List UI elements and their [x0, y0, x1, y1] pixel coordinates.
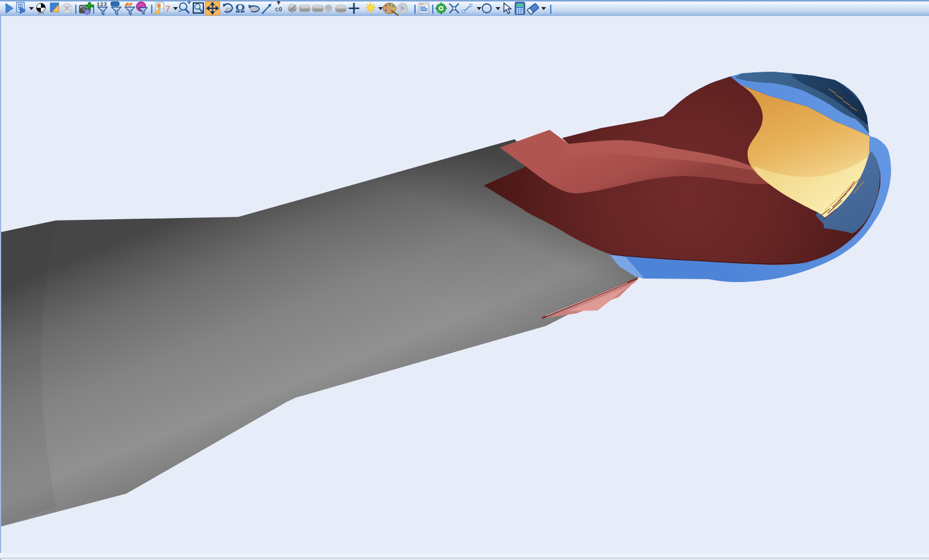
svg-text:7: 7 — [165, 4, 170, 14]
svg-text:c0: c0 — [275, 7, 282, 13]
svg-text:123: 123 — [97, 1, 107, 7]
svg-text:Ω: Ω — [235, 2, 245, 15]
